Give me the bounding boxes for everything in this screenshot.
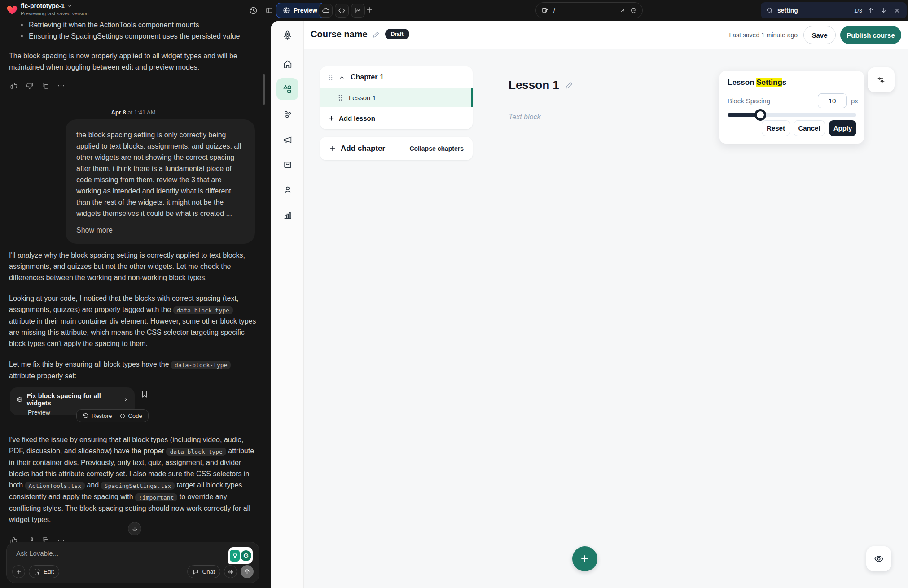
add-lesson-button[interactable]: Add lesson xyxy=(320,107,473,129)
paragraph-text: attribute properly set: xyxy=(9,372,76,380)
block-spacing-slider[interactable] xyxy=(728,113,856,117)
show-more-link[interactable]: Show more xyxy=(76,224,113,236)
open-external-icon[interactable] xyxy=(619,7,626,13)
publish-course-button[interactable]: Publish course xyxy=(840,26,901,44)
chat-composer[interactable]: Ask Lovable... G Edit Chat xyxy=(6,542,259,583)
lovable-logo-icon[interactable] xyxy=(6,4,18,16)
search-next-icon[interactable] xyxy=(879,6,888,15)
plus-icon xyxy=(328,115,335,122)
paragraph-text: Let me fix this by ensuring all block ty… xyxy=(9,360,171,368)
preview-label: Preview xyxy=(294,7,317,14)
settings-flyout-button[interactable] xyxy=(868,67,895,92)
paragraph-text: and xyxy=(85,481,101,489)
message-actions xyxy=(10,82,65,90)
project-name-menu[interactable]: flc-prototype-1 xyxy=(21,2,72,9)
chapter-title: Chapter 1 xyxy=(351,73,384,81)
chat-scrollbar-thumb[interactable] xyxy=(263,74,265,105)
chevron-right-icon xyxy=(123,397,128,403)
composer-placeholder[interactable]: Ask Lovable... xyxy=(16,549,58,557)
home-icon xyxy=(283,59,293,69)
sidebar-item-storefront[interactable] xyxy=(276,154,298,176)
rocket-logo-icon[interactable] xyxy=(271,21,304,49)
apply-button[interactable]: Apply xyxy=(829,120,856,136)
preview-toggle-button[interactable] xyxy=(866,546,891,571)
chat-panel: Retrieving it when the ActionTools compo… xyxy=(0,21,267,588)
user-message-bubble: the block spacing setting is only correc… xyxy=(66,119,255,244)
sidebar-item-analytics[interactable] xyxy=(276,204,298,226)
text-block-placeholder[interactable]: Text block xyxy=(509,113,540,121)
lesson-row-selected[interactable]: Lesson 1 xyxy=(320,88,473,107)
search-input[interactable] xyxy=(777,7,830,14)
bar-chart-icon xyxy=(283,210,293,220)
reset-button[interactable]: Reset xyxy=(762,120,790,136)
slider-thumb[interactable] xyxy=(754,109,766,121)
edit-pencil-icon[interactable] xyxy=(565,81,574,89)
voice-input-icon[interactable] xyxy=(224,565,237,578)
edit-pencil-icon[interactable] xyxy=(373,31,380,38)
last-saved-text: Last saved 1 minute ago xyxy=(729,31,798,39)
collapse-chapters-button[interactable]: Collapse chapters xyxy=(409,145,464,152)
drag-handle-icon[interactable] xyxy=(338,94,343,101)
cancel-button[interactable]: Cancel xyxy=(794,120,825,136)
chat-mode-button[interactable]: Chat xyxy=(187,565,220,578)
sidebar-item-home[interactable] xyxy=(276,53,298,75)
sidebar-item-announcements[interactable] xyxy=(276,129,298,151)
lesson-settings-panel: Lesson Settings Block Spacing px Reset C… xyxy=(719,71,864,144)
arrow-down-icon xyxy=(132,526,138,532)
paragraph-text: attribute in their main container div el… xyxy=(9,317,256,347)
lightbulb-icon xyxy=(230,550,240,562)
close-search-icon[interactable] xyxy=(892,6,901,15)
block-spacing-input[interactable] xyxy=(818,93,847,108)
add-block-fab[interactable] xyxy=(572,546,597,571)
unit-label: px xyxy=(851,97,858,105)
thumbs-down-icon[interactable] xyxy=(26,82,34,90)
analytics-icon[interactable] xyxy=(351,4,365,18)
cloud-icon[interactable] xyxy=(319,4,333,18)
url-bar[interactable]: / xyxy=(535,2,643,18)
add-chapter-button[interactable]: Add chapter xyxy=(329,144,385,153)
add-tab-icon[interactable] xyxy=(365,6,373,14)
panel-toggle-icon[interactable] xyxy=(264,5,274,15)
history-icon[interactable] xyxy=(248,5,258,15)
project-name: flc-prototype-1 xyxy=(21,2,65,9)
grammarly-badge[interactable]: G xyxy=(228,547,253,564)
edit-card-title: Fix block spacing for all widgets xyxy=(27,392,119,407)
drag-handle-icon[interactable] xyxy=(328,74,333,81)
sidebar-item-community[interactable] xyxy=(276,103,298,125)
assistant-paragraph: Let me fix this by ensuring all block ty… xyxy=(9,359,257,382)
chapter-header[interactable]: Chapter 1 xyxy=(320,66,473,88)
sidebar-item-content[interactable] xyxy=(276,78,298,100)
refresh-icon[interactable] xyxy=(630,7,637,14)
restore-label: Restore xyxy=(92,412,112,419)
restore-button[interactable]: Restore xyxy=(83,412,112,419)
title-text: Lesson xyxy=(728,78,756,87)
code-view-icon[interactable] xyxy=(335,4,349,18)
timestamp-time: at 1:41 AM xyxy=(126,109,156,116)
more-options-icon[interactable] xyxy=(57,82,65,90)
copy-icon[interactable] xyxy=(41,82,49,90)
save-button[interactable]: Save xyxy=(803,26,836,44)
search-prev-icon[interactable] xyxy=(866,6,875,15)
select-edit-icon xyxy=(34,569,40,575)
course-title: Course name xyxy=(311,29,368,39)
code-icon xyxy=(119,413,126,419)
preview-button[interactable]: Preview xyxy=(276,3,324,18)
storefront-icon xyxy=(283,160,293,170)
attach-plus-icon[interactable] xyxy=(12,565,25,578)
profile-icon xyxy=(283,185,293,195)
inline-code: data-block-type xyxy=(173,306,233,314)
sidebar-item-profile[interactable] xyxy=(276,179,298,201)
grammarly-g-icon: G xyxy=(241,550,251,561)
edit-mode-button[interactable]: Edit xyxy=(29,565,59,578)
add-chapter-card: Add chapter Collapse chapters xyxy=(320,137,473,160)
slider-fill xyxy=(728,113,757,117)
chevron-up-icon[interactable] xyxy=(339,75,345,80)
thumbs-up-icon[interactable] xyxy=(10,82,18,90)
inline-code: SpacingSettings.tsx xyxy=(101,482,175,490)
bookmark-icon[interactable] xyxy=(140,390,149,398)
shapes-icon xyxy=(282,84,293,94)
inline-code: !important xyxy=(135,493,177,501)
code-button[interactable]: Code xyxy=(119,412,142,419)
send-button[interactable] xyxy=(241,565,254,578)
scroll-to-bottom-button[interactable] xyxy=(128,522,141,535)
